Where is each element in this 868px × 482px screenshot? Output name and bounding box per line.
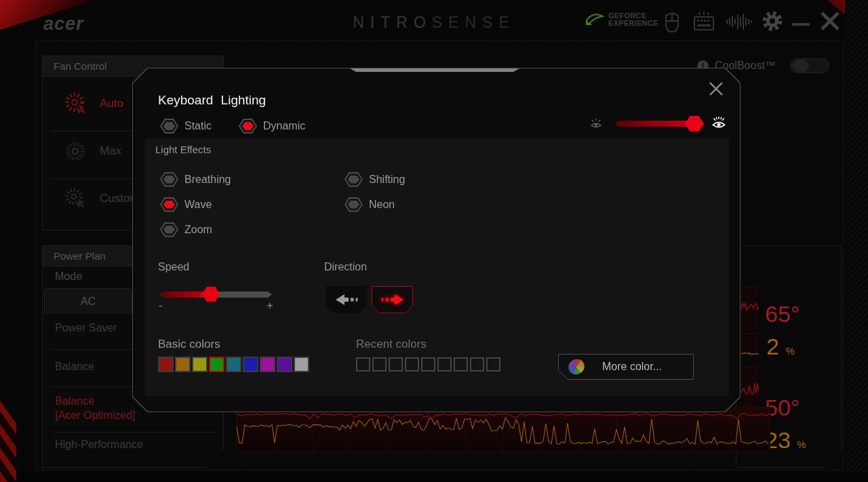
more-color-label: More color... — [602, 361, 662, 373]
right-texture-band — [845, 0, 868, 482]
color-swatch[interactable] — [175, 357, 191, 372]
cpu-usage-line — [741, 353, 759, 355]
dialog-close-icon[interactable] — [708, 81, 724, 97]
dialog-content-panel: Light Effects Breathing Shifting Wave — [145, 138, 729, 396]
mode-dynamic-radio[interactable]: Dynamic — [239, 119, 305, 134]
color-wheel-icon — [566, 357, 587, 377]
recent-color-slot[interactable] — [405, 357, 419, 371]
light-effects-heading: Light Effects — [155, 144, 211, 155]
speed-plus-label: + — [267, 299, 273, 313]
effect-wave-radio[interactable]: Wave — [160, 192, 344, 217]
mouse-icon[interactable] — [663, 12, 681, 33]
coolboost-toggle-knob — [792, 60, 810, 72]
nvidia-logo-icon — [585, 11, 605, 28]
effect-breathing-radio[interactable]: Breathing — [160, 167, 344, 192]
speed-slider-thumb[interactable] — [202, 287, 220, 302]
recent-color-slot[interactable] — [486, 357, 500, 371]
recent-colors-heading: Recent colors — [356, 338, 427, 351]
nitrosense-window: acer NITROSENSE GEFORCE EXPERIENCE — [0, 0, 868, 482]
divider — [52, 432, 216, 433]
fan-custom-icon — [62, 185, 89, 212]
cpu-temp-graph — [741, 286, 759, 331]
window-close-icon[interactable] — [819, 11, 841, 31]
cpu-usage-value: 2 % — [766, 334, 795, 360]
keyboard-lighting-dialog: Keyboard Lighting Static Dynamic — [132, 68, 741, 412]
fan-max-icon — [62, 138, 89, 165]
recent-color-slot[interactable] — [356, 357, 370, 371]
radio-hexagon — [344, 172, 363, 187]
power-mode-ac-tab[interactable]: AC — [44, 288, 132, 314]
color-swatch[interactable] — [158, 357, 174, 372]
recent-color-slot[interactable] — [437, 357, 452, 371]
graph-usage-line — [237, 418, 768, 444]
color-swatch[interactable] — [260, 357, 275, 372]
gpu-temp-line — [741, 383, 759, 394]
fan-auto-label: Auto — [100, 97, 123, 111]
color-swatch[interactable] — [226, 357, 241, 372]
recent-colors-row — [356, 357, 500, 371]
minimize-button[interactable] — [792, 23, 810, 26]
radio-hexagon — [344, 197, 363, 212]
graph-temp-line — [237, 414, 770, 419]
svg-text:A: A — [78, 104, 85, 115]
gpu-usage-value: 23 % — [765, 427, 806, 454]
color-swatch[interactable] — [192, 357, 208, 372]
light-effects-grid: Breathing Shifting Wave Neon — [160, 167, 529, 242]
geforce-experience-button[interactable]: GEFORCE EXPERIENCE — [585, 11, 658, 28]
gpu-temp-graph — [741, 366, 759, 409]
color-swatch[interactable] — [277, 357, 292, 372]
more-color-button[interactable]: More color... — [558, 354, 694, 380]
bottom-texture-band — [0, 473, 868, 482]
radio-hexagon — [160, 197, 178, 212]
recent-color-slot[interactable] — [372, 357, 387, 371]
color-swatch-selected[interactable] — [209, 357, 224, 372]
app-title-sense: SENSE — [432, 14, 515, 31]
fan-auto-icon: A — [62, 90, 89, 117]
gear-icon[interactable] — [761, 9, 784, 33]
effect-shifting-radio[interactable]: Shifting — [344, 167, 529, 192]
recent-color-slot[interactable] — [421, 357, 435, 371]
cpu-temp-line — [741, 303, 759, 310]
brightness-low-icon — [589, 116, 604, 131]
power-option-balance-acer-optimized[interactable]: Balance [Acer Optimized] — [55, 394, 135, 422]
direction-left-button[interactable] — [326, 286, 367, 313]
recent-color-slot[interactable] — [454, 357, 468, 371]
mode-static-radio[interactable]: Static — [160, 119, 212, 134]
recent-color-slot[interactable] — [389, 357, 403, 371]
mode-static-label: Static — [184, 120, 212, 132]
arrow-right-icon — [379, 293, 406, 306]
cpu-usage-graph — [741, 334, 759, 357]
power-option-power-saver[interactable]: Power Saver — [55, 322, 117, 334]
app-title-nitro: NITRO — [353, 14, 432, 31]
power-mode-label: Mode — [55, 270, 82, 283]
speed-heading: Speed — [158, 261, 189, 273]
mode-dynamic-label: Dynamic — [263, 120, 305, 132]
dialog-top-handle — [350, 68, 519, 72]
radio-hexagon — [239, 119, 257, 134]
effect-neon-radio[interactable]: Neon — [344, 192, 529, 217]
geforce-experience-label: GEFORCE EXPERIENCE — [608, 12, 658, 27]
keyboard-backlight-icon[interactable] — [692, 11, 716, 33]
basic-colors-heading: Basic colors — [158, 338, 220, 351]
power-option-high-performance[interactable]: High-Performance — [55, 439, 143, 451]
brightness-high-icon — [711, 115, 727, 131]
coolboost-toggle[interactable] — [790, 58, 829, 73]
brightness-slider-thumb[interactable] — [685, 116, 704, 132]
power-option-balance[interactable]: Balance — [55, 361, 94, 373]
speed-minus-label: - — [159, 299, 163, 313]
radio-hexagon — [160, 172, 178, 187]
audio-waveform-icon[interactable] — [724, 11, 754, 33]
fan-max-label: Max — [100, 144, 121, 158]
radio-hexagon — [160, 119, 178, 134]
direction-right-button[interactable] — [372, 286, 413, 313]
cpu-temp-value: 65° — [765, 301, 800, 327]
direction-heading: Direction — [324, 261, 367, 273]
color-swatch[interactable] — [243, 357, 258, 372]
lighting-mode-row: Static Dynamic — [160, 119, 305, 134]
red-stripes-bottomleft — [0, 399, 16, 482]
dialog-title: Keyboard Lighting — [158, 93, 266, 108]
recent-color-slot[interactable] — [470, 357, 484, 371]
effect-zoom-radio[interactable]: Zoom — [160, 217, 344, 242]
color-swatch[interactable] — [294, 357, 309, 372]
arrow-left-icon — [333, 293, 360, 306]
